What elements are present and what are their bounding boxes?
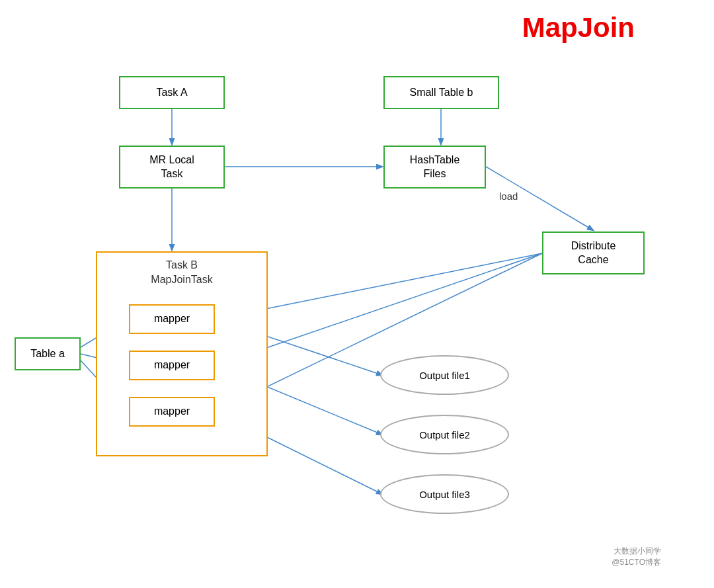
small-table-b-box: Small Table b bbox=[383, 76, 499, 109]
hashtable-files-label: HashTable Files bbox=[410, 153, 460, 181]
small-table-b-label: Small Table b bbox=[410, 86, 473, 100]
mapper3-box: mapper bbox=[129, 397, 215, 427]
task-b-label: Task BMapJoinTask bbox=[97, 258, 266, 288]
mapper1-label: mapper bbox=[154, 312, 190, 326]
table-a-box: Table a bbox=[15, 337, 81, 370]
output-file2-label: Output file2 bbox=[419, 429, 470, 441]
task-a-box: Task A bbox=[119, 76, 225, 109]
output-file3: Output file3 bbox=[380, 474, 509, 514]
distribute-cache-label: Distribute Cache bbox=[571, 239, 616, 267]
mapper1-box: mapper bbox=[129, 304, 215, 334]
mapper2-box: mapper bbox=[129, 351, 215, 380]
task-a-label: Task A bbox=[156, 86, 187, 100]
output-file3-label: Output file3 bbox=[419, 489, 470, 500]
output-file1: Output file1 bbox=[380, 355, 509, 395]
output-file1-label: Output file1 bbox=[419, 370, 470, 381]
hashtable-files-box: HashTable Files bbox=[383, 146, 486, 189]
mr-local-task-box: MR Local Task bbox=[119, 146, 225, 189]
distribute-cache-box: Distribute Cache bbox=[542, 231, 645, 274]
mr-local-task-label: MR Local Task bbox=[149, 153, 194, 181]
table-a-label: Table a bbox=[30, 347, 65, 361]
mapper2-label: mapper bbox=[154, 358, 190, 372]
page-title: MapJoin bbox=[522, 12, 635, 44]
watermark: 大数据小同学 @51CTO博客 bbox=[612, 546, 661, 568]
mapper3-label: mapper bbox=[154, 405, 190, 419]
output-file2: Output file2 bbox=[380, 415, 509, 454]
load-label: load bbox=[499, 190, 518, 202]
